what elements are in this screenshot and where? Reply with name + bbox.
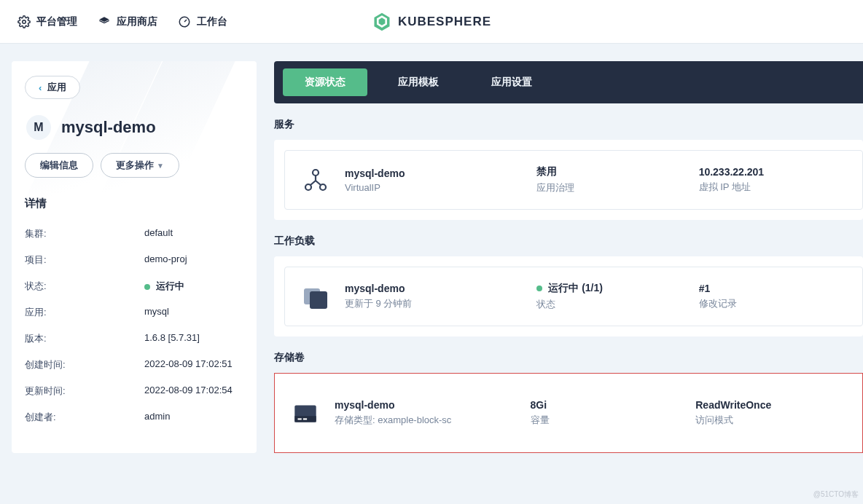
detail-row: 状态:运行中 bbox=[25, 273, 243, 299]
detail-row: 集群:default bbox=[25, 221, 243, 247]
workload-updated: 更新于 9 分钟前 bbox=[345, 297, 523, 310]
edit-info-button[interactable]: 编辑信息 bbox=[25, 153, 93, 178]
service-name: mysql-demo bbox=[345, 168, 523, 179]
edit-info-label: 编辑信息 bbox=[40, 159, 78, 172]
volume-card[interactable]: mysql-demo存储类型: example-block-sc 8Gi容量 R… bbox=[285, 384, 852, 442]
app-badge: M bbox=[26, 115, 51, 140]
detail-row: 应用:mysql bbox=[25, 299, 243, 326]
volume-storage-class: 存储类型: example-block-sc bbox=[335, 414, 518, 427]
kubesphere-icon bbox=[372, 12, 392, 32]
chevron-down-icon: ▼ bbox=[157, 162, 164, 170]
svg-point-4 bbox=[320, 184, 326, 190]
detail-row: 项目:demo-proj bbox=[25, 247, 243, 273]
detail-row: 创建者:admin bbox=[25, 404, 243, 430]
chevron-left-icon: ‹ bbox=[39, 82, 42, 93]
detail-row: 版本:1.6.8 [5.7.31] bbox=[25, 326, 243, 352]
workload-status: 运行中 (1/1) bbox=[536, 282, 685, 295]
service-governance: 禁用 bbox=[536, 165, 685, 178]
gauge-icon bbox=[178, 15, 191, 28]
service-governance-label: 应用治理 bbox=[536, 181, 685, 194]
nav-appstore-label: 应用商店 bbox=[117, 15, 157, 28]
sidebar: ‹ 应用 M mysql-demo 编辑信息 更多操作▼ 详情 集群:defau… bbox=[12, 61, 257, 453]
volumes-header: 存储卷 bbox=[274, 351, 863, 364]
volume-access-mode-label: 访问模式 bbox=[695, 414, 848, 427]
status-dot-icon bbox=[536, 286, 542, 291]
tab-resource-status[interactable]: 资源状态 bbox=[283, 68, 367, 96]
tab-app-settings[interactable]: 应用设置 bbox=[469, 68, 554, 96]
svg-point-0 bbox=[23, 20, 26, 23]
main-content: 资源状态 应用模板 应用设置 服务 mysql-demoVirtualIP 禁用… bbox=[274, 61, 863, 453]
workload-status-label: 状态 bbox=[536, 298, 685, 311]
nav-appstore[interactable]: 应用商店 bbox=[98, 15, 157, 28]
services-section: 服务 mysql-demoVirtualIP 禁用应用治理 10.233.22.… bbox=[274, 118, 863, 220]
nav-platform-label: 平台管理 bbox=[36, 15, 77, 28]
back-label: 应用 bbox=[47, 81, 66, 94]
svg-point-3 bbox=[305, 184, 311, 190]
svg-rect-7 bbox=[298, 418, 302, 420]
storage-icon bbox=[289, 397, 321, 429]
svg-point-2 bbox=[313, 170, 319, 176]
tab-app-template[interactable]: 应用模板 bbox=[376, 68, 461, 96]
stack-icon bbox=[98, 15, 111, 28]
services-header: 服务 bbox=[274, 118, 863, 131]
workload-name: mysql-demo bbox=[345, 283, 523, 294]
workload-revision-label: 修改记录 bbox=[699, 297, 848, 310]
details-header: 详情 bbox=[25, 197, 243, 210]
page-title: mysql-demo bbox=[61, 118, 156, 137]
workload-icon bbox=[300, 280, 332, 312]
workload-card[interactable]: mysql-demo更新于 9 分钟前 运行中 (1/1)状态 #1修改记录 bbox=[284, 267, 863, 326]
watermark: @51CTO博客 bbox=[813, 489, 859, 500]
more-actions-label: 更多操作 bbox=[116, 159, 154, 172]
svg-rect-8 bbox=[303, 418, 307, 420]
detail-row: 更新时间:2022-08-09 17:02:54 bbox=[25, 378, 243, 404]
workload-revision: #1 bbox=[699, 283, 848, 294]
volume-access-mode: ReadWriteOnce bbox=[695, 399, 848, 411]
service-ip-label: 虚拟 IP 地址 bbox=[699, 181, 848, 194]
tab-bar: 资源状态 应用模板 应用设置 bbox=[274, 61, 863, 103]
back-button[interactable]: ‹ 应用 bbox=[25, 76, 80, 99]
brand-text: KUBESPHERE bbox=[398, 15, 491, 29]
nav-workbench-label: 工作台 bbox=[197, 15, 227, 28]
service-ip: 10.233.22.201 bbox=[699, 166, 848, 178]
brand-logo[interactable]: KUBESPHERE bbox=[372, 12, 491, 32]
network-icon bbox=[300, 164, 332, 196]
volumes-section: 存储卷 mysql-demo存储类型: example-block-sc 8Gi… bbox=[274, 351, 863, 453]
volume-name: mysql-demo bbox=[335, 399, 518, 411]
volume-capacity: 8Gi bbox=[531, 399, 683, 411]
workloads-section: 工作负载 mysql-demo更新于 9 分钟前 运行中 (1/1)状态 #1修… bbox=[274, 235, 863, 336]
detail-row: 创建时间:2022-08-09 17:02:51 bbox=[25, 352, 243, 378]
nav-platform[interactable]: 平台管理 bbox=[17, 15, 77, 28]
details-list: 集群:default 项目:demo-proj 状态:运行中 应用:mysql … bbox=[25, 221, 243, 430]
volume-capacity-label: 容量 bbox=[531, 414, 683, 427]
service-card[interactable]: mysql-demoVirtualIP 禁用应用治理 10.233.22.201… bbox=[284, 150, 863, 210]
workloads-header: 工作负载 bbox=[274, 235, 863, 248]
status-dot-icon bbox=[144, 284, 150, 290]
more-actions-button[interactable]: 更多操作▼ bbox=[101, 153, 179, 178]
service-type: VirtualIP bbox=[345, 182, 523, 193]
nav-workbench[interactable]: 工作台 bbox=[178, 15, 227, 28]
nav-left: 平台管理 应用商店 工作台 bbox=[17, 15, 227, 28]
gear-icon bbox=[17, 15, 31, 28]
top-nav: 平台管理 应用商店 工作台 KUBESPHERE bbox=[0, 0, 863, 44]
